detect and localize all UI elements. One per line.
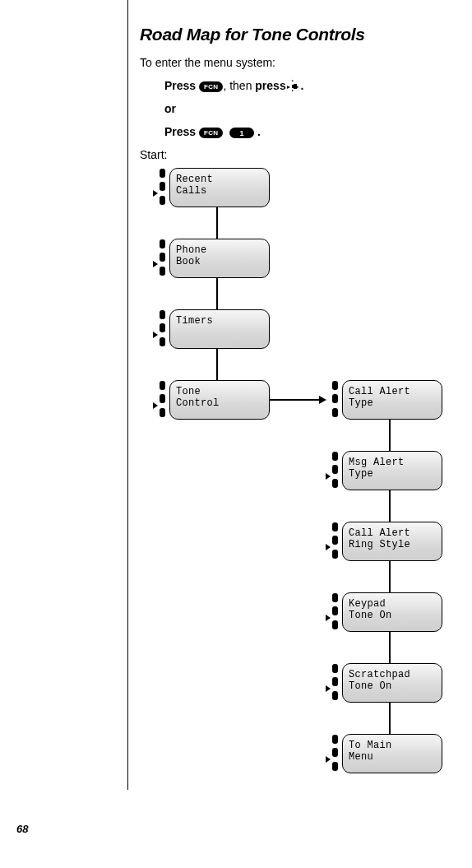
connector	[389, 490, 391, 522]
menu-scratchpad-tone: Scratchpad Tone On	[342, 663, 442, 703]
press-label-1: Press	[164, 79, 199, 92]
connector	[216, 349, 218, 380]
press-label-2: press	[255, 79, 289, 92]
step1-end: .	[301, 79, 304, 92]
menu-marker	[329, 380, 340, 420]
arrow-icon	[319, 396, 326, 404]
step-1: Press FCN, then press ▪▪▸▪.	[164, 79, 456, 92]
press-label-3: Press	[164, 125, 199, 138]
menu-marker	[329, 734, 340, 773]
page-number: 68	[16, 823, 28, 835]
menu-diagram: Recent Calls Phone Book Timers Tone Cont…	[140, 168, 456, 703]
menu-marker	[329, 522, 340, 561]
connector	[389, 561, 391, 592]
or-label: or	[164, 102, 176, 115]
menu-keypad-tone: Keypad Tone On	[342, 592, 442, 632]
connector	[389, 420, 391, 451]
menu-phone-book: Phone Book	[169, 239, 270, 278]
menu-tone-control: Tone Control	[169, 380, 270, 420]
menu-recent-calls: Recent Calls	[169, 168, 270, 207]
fcn-key-icon-2: FCN	[199, 128, 223, 138]
menu-marker	[156, 309, 168, 349]
menu-marker	[156, 239, 168, 278]
connector	[389, 632, 391, 663]
menu-marker	[329, 663, 340, 703]
connector	[216, 207, 218, 239]
fcn-key-icon: FCN	[199, 81, 223, 92]
menu-call-alert-ring-style: Call Alert Ring Style	[342, 522, 442, 561]
start-label: Start:	[140, 148, 456, 161]
menu-marker	[156, 380, 168, 420]
connector	[216, 278, 218, 309]
connector	[270, 399, 321, 401]
menu-marker	[329, 451, 340, 490]
step2-end: .	[254, 125, 261, 138]
step-2: Press FCN 1 .	[164, 125, 456, 138]
intro-text: To enter the menu system:	[140, 56, 456, 69]
step-or: or	[164, 102, 456, 115]
menu-msg-alert-type: Msg Alert Type	[342, 451, 442, 490]
joystick-icon: ▪▪▸▪	[289, 81, 301, 92]
menu-marker	[329, 592, 340, 632]
menu-call-alert-type: Call Alert Type	[342, 380, 442, 420]
vertical-separator	[127, 0, 128, 790]
step1-mid: , then	[223, 79, 255, 92]
menu-marker	[156, 168, 168, 207]
menu-timers: Timers	[169, 309, 270, 349]
one-key-icon: 1	[229, 128, 254, 138]
page-title: Road Map for Tone Controls	[140, 25, 456, 44]
connector	[389, 703, 391, 734]
menu-to-main-menu: To Main Menu	[342, 734, 442, 773]
